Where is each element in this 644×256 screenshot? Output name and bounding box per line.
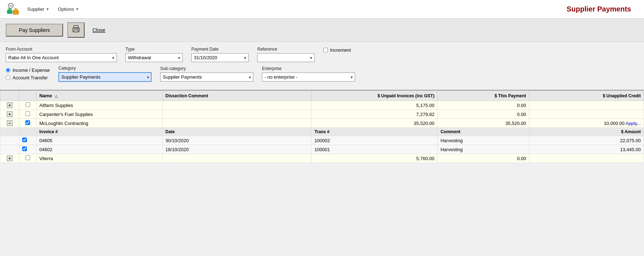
subrow-2-trans: 100001 xyxy=(311,145,438,154)
pay-suppliers-button[interactable]: Pay Suppliers xyxy=(6,24,63,37)
checkbox-sub1[interactable] xyxy=(22,138,27,142)
table-row: + Carpenter's Fuel Supplies 7,279.82 0.0… xyxy=(0,110,644,119)
checkbox-sub2[interactable] xyxy=(22,146,27,151)
subh-trans: Trans # xyxy=(311,128,438,136)
category-group: Category Supplier Payments xyxy=(58,66,152,82)
expand-viterra[interactable]: + xyxy=(0,154,19,163)
print-button[interactable] xyxy=(67,22,85,38)
subrow-1-check xyxy=(19,136,36,145)
apply-link-mcloughlin[interactable]: Apply... xyxy=(626,121,641,126)
account-transfer-radio[interactable] xyxy=(6,75,10,80)
category-wrap: Supplier Payments xyxy=(58,72,152,82)
checkbox-viterra[interactable] xyxy=(25,155,30,160)
type-wrap: Withdrawal xyxy=(125,53,183,62)
reference-select[interactable] xyxy=(257,53,315,62)
comment-mcloughlin xyxy=(162,119,311,128)
unapplied-allfarm xyxy=(529,101,644,110)
expand-btn-viterra[interactable]: + xyxy=(7,155,13,161)
subrow-1-date: 30/10/2020 xyxy=(162,136,311,145)
toolbar: Pay Suppliers Close xyxy=(0,19,644,42)
subrow-1-trans: 100002 xyxy=(311,136,438,145)
subrow-1-expand xyxy=(0,136,19,145)
svg-point-10 xyxy=(78,29,78,29)
unapplied-viterra xyxy=(529,154,644,163)
reference-label: Reference xyxy=(257,47,315,52)
increment-checkbox[interactable] xyxy=(323,48,328,52)
payment-mcloughlin: 35,520.00 xyxy=(438,119,529,128)
subh-comment: Comment xyxy=(438,128,529,136)
app-title: Supplier Payments xyxy=(567,5,638,13)
unpaid-carpenter: 7,279.82 xyxy=(311,110,438,119)
svg-rect-5 xyxy=(13,11,19,14)
increment-group: Increment xyxy=(323,47,351,53)
from-account-wrap: Rabo All In One Account xyxy=(6,53,117,62)
payment-carpenter: 0.00 xyxy=(438,110,529,119)
th-name-label: Name xyxy=(39,93,52,98)
subrow-2-check xyxy=(19,145,36,154)
enterprise-select[interactable]: - no enterprise - xyxy=(262,73,355,82)
payment-date-select[interactable]: 31/10/2020 xyxy=(191,53,249,62)
payment-viterra: 0.00 xyxy=(438,154,529,163)
checkbox-allfarm[interactable] xyxy=(25,102,30,107)
subrow-1-comment: Harvesting xyxy=(438,136,529,145)
subrow-2: 04602 18/10/2020 100001 Harvesting 13,44… xyxy=(0,145,644,154)
comment-carpenter xyxy=(162,110,311,119)
comment-viterra xyxy=(162,154,311,163)
close-button[interactable]: Close xyxy=(89,25,109,35)
from-account-select[interactable]: Rabo All In One Account xyxy=(6,53,117,62)
expand-btn-allfarm[interactable]: + xyxy=(7,102,13,108)
print-icon xyxy=(72,25,80,33)
expand-btn-mcloughlin[interactable]: − xyxy=(7,120,13,126)
reference-wrap xyxy=(257,53,315,62)
menu-left: Supplier ▼ Options ▼ xyxy=(6,2,83,17)
table-area: Name △ Dissection Comment $ Unpaid Invoi… xyxy=(0,90,644,163)
income-expense-radio[interactable] xyxy=(6,68,10,73)
supplier-menu[interactable]: Supplier ▼ xyxy=(23,4,54,14)
unapplied-amount: 10,000.00 xyxy=(604,121,626,126)
table-row: − McLoughlin Contracting 35,520.00 35,52… xyxy=(0,119,644,128)
subheader-row: Invoice # Date Trans # Comment $ Amount xyxy=(0,128,644,136)
subh-date: Date xyxy=(162,128,311,136)
svg-rect-4 xyxy=(8,9,11,10)
reference-group: Reference xyxy=(257,47,315,62)
checkbox-carpenter[interactable] xyxy=(25,111,30,116)
subh-check xyxy=(19,128,36,136)
menu-bar: Supplier ▼ Options ▼ Supplier Payments xyxy=(0,0,644,19)
th-unapplied: $ Unapplied Credit xyxy=(529,91,644,101)
table-row: + Viterra 5,760.00 0.00 xyxy=(0,154,644,163)
category-select[interactable]: Supplier Payments xyxy=(58,72,152,82)
subrow-2-date: 18/10/2020 xyxy=(162,145,311,154)
payment-date-group: Payment Date 31/10/2020 xyxy=(191,47,249,62)
subrow-2-expand xyxy=(0,145,19,154)
th-check xyxy=(19,91,36,101)
unapplied-mcloughlin: 10,000.00 Apply... xyxy=(529,119,644,128)
enterprise-group: Enterprise - no enterprise - xyxy=(262,66,355,82)
th-comment: Dissection Comment xyxy=(162,91,311,101)
subrow-1-amount: 22,075.00 xyxy=(529,136,644,145)
checkbox-mcloughlin[interactable] xyxy=(25,120,30,125)
name-mcloughlin: McLoughlin Contracting xyxy=(36,119,162,128)
increment-label: Increment xyxy=(330,47,351,53)
subcategory-select[interactable]: Supplier Payments xyxy=(160,73,253,82)
account-transfer-option: Account Transfer xyxy=(6,75,50,80)
options-menu[interactable]: Options ▼ xyxy=(54,4,84,14)
svg-marker-6 xyxy=(13,8,19,11)
supplier-arrow: ▼ xyxy=(46,7,49,11)
unpaid-viterra: 5,760.00 xyxy=(311,154,438,163)
subcategory-label: Sub-category xyxy=(160,66,253,71)
expand-carpenter[interactable]: + xyxy=(0,110,19,119)
table-body: + Allfarm Supplies 5,175.00 0.00 + xyxy=(0,101,644,163)
form-row-1: From Account Rabo All In One Account Typ… xyxy=(6,47,638,62)
type-select[interactable]: Withdrawal xyxy=(125,53,183,62)
th-expand xyxy=(0,91,19,101)
name-sort-icon: △ xyxy=(55,94,58,98)
name-carpenter: Carpenter's Fuel Supplies xyxy=(36,110,162,119)
subcategory-group: Sub-category Supplier Payments xyxy=(160,66,253,82)
enterprise-wrap: - no enterprise - xyxy=(262,73,355,82)
expand-allfarm[interactable]: + xyxy=(0,101,19,110)
expand-btn-carpenter[interactable]: + xyxy=(7,111,13,117)
subrow-2-comment: Harvesting xyxy=(438,145,529,154)
expand-mcloughlin[interactable]: − xyxy=(0,119,19,128)
app-logo xyxy=(6,2,20,17)
name-viterra: Viterra xyxy=(36,154,162,163)
